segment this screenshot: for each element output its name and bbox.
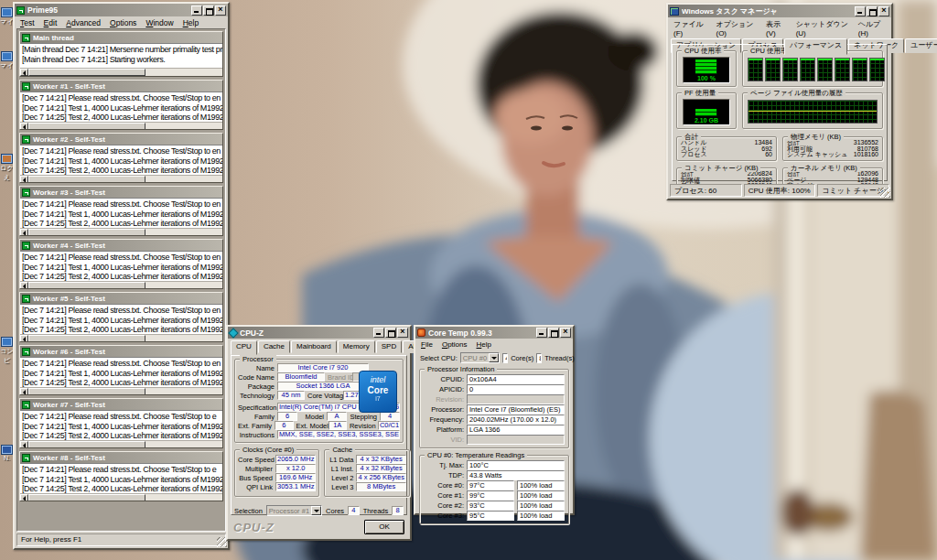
close-button[interactable]: [560, 328, 571, 338]
maximize-button[interactable]: [548, 328, 559, 338]
worker-titlebar[interactable]: Worker #4 - Self-Test: [20, 240, 222, 251]
scroll-left-button[interactable]: [20, 229, 28, 236]
tab[interactable]: SPD: [376, 340, 402, 353]
menu-item[interactable]: Window: [141, 17, 178, 28]
desktop-icon[interactable]: コンピ: [0, 337, 14, 365]
log-line: [Dec 7 14:25] Test 2, 4000 Lucas-Lehmer …: [22, 378, 221, 387]
scroll-left-button[interactable]: [20, 494, 28, 501]
cpuz-titlebar[interactable]: CPU-Z: [228, 327, 410, 339]
scroll-left-button[interactable]: [20, 335, 28, 342]
menu-item[interactable]: Edit: [39, 17, 62, 28]
tab[interactable]: CPU: [231, 340, 257, 355]
horizontal-scrollbar[interactable]: [20, 387, 222, 395]
menu-item[interactable]: シャットダウン(U): [792, 18, 854, 38]
scrollbar-thumb[interactable]: [28, 69, 145, 76]
scroll-left-button[interactable]: [20, 388, 28, 395]
menu-item[interactable]: Test: [16, 17, 39, 28]
tab[interactable]: パフォーマンス: [784, 38, 847, 55]
worker-titlebar[interactable]: Worker #8 - Self-Test: [20, 452, 222, 463]
horizontal-scrollbar[interactable]: [20, 440, 222, 448]
menu-item[interactable]: 表示(V): [761, 18, 792, 38]
resize-grip[interactable]: [880, 188, 890, 198]
worker-window[interactable]: Worker #3 - Self-Test [Dec 7 14:21] Plea…: [19, 186, 223, 236]
scrollbar-thumb[interactable]: [28, 441, 145, 448]
worker-titlebar[interactable]: Worker #1 - Self-Test: [20, 81, 222, 92]
coretemp-window[interactable]: Core Temp 0.99.3 FileOptionsHelp Select …: [414, 325, 575, 515]
horizontal-scrollbar[interactable]: [20, 175, 222, 183]
maximize-button[interactable]: [867, 6, 878, 16]
scrollbar-thumb[interactable]: [28, 229, 145, 236]
horizontal-scrollbar[interactable]: [20, 122, 222, 130]
worker-window[interactable]: Worker #7 - Self-Test [Dec 7 14:21] Plea…: [19, 398, 223, 448]
close-button[interactable]: [397, 328, 408, 338]
horizontal-scrollbar[interactable]: [20, 68, 222, 76]
horizontal-scrollbar[interactable]: [20, 281, 222, 289]
prime95-window[interactable]: Prime95 TestEditAdvancedOptionsWindowHel…: [13, 2, 230, 550]
cpu-select[interactable]: CPU #0: [460, 352, 500, 363]
desktop-icon[interactable]: ロクえ: [0, 154, 14, 182]
worker-log: [Dec 7 14:21] Please read stress.txt. Ch…: [20, 304, 222, 334]
worker-window[interactable]: Worker #8 - Self-Test [Dec 7 14:21] Plea…: [19, 451, 223, 501]
horizontal-scrollbar[interactable]: [20, 334, 222, 342]
chevron-down-icon[interactable]: [489, 353, 499, 362]
scrollbar-thumb[interactable]: [28, 282, 145, 289]
scroll-left-button[interactable]: [20, 282, 28, 289]
scroll-left-button[interactable]: [20, 441, 28, 448]
minimize-button[interactable]: [536, 328, 547, 338]
maximize-button[interactable]: [385, 328, 396, 338]
tab[interactable]: Cache: [258, 340, 290, 353]
scroll-left-button[interactable]: [20, 69, 28, 76]
tab[interactable]: Memory: [338, 340, 375, 353]
menu-item[interactable]: オプション(O): [711, 18, 761, 38]
scrollbar-thumb[interactable]: [28, 494, 145, 501]
scroll-left-button[interactable]: [20, 176, 28, 183]
worker-window[interactable]: Worker #5 - Self-Test [Dec 7 14:21] Plea…: [19, 292, 223, 342]
worker-titlebar[interactable]: Worker #7 - Self-Test: [20, 399, 222, 410]
minimize-button[interactable]: [855, 6, 866, 16]
scroll-left-button[interactable]: [20, 123, 28, 130]
main-thread-titlebar[interactable]: Main thread: [20, 32, 222, 43]
worker-window[interactable]: Worker #6 - Self-Test [Dec 7 14:21] Plea…: [19, 345, 223, 395]
worker-window[interactable]: Worker #4 - Self-Test [Dec 7 14:21] Plea…: [19, 239, 223, 289]
horizontal-scrollbar[interactable]: [20, 228, 222, 236]
menu-item[interactable]: Advanced: [61, 17, 105, 28]
menu-item[interactable]: File: [416, 339, 437, 350]
scrollbar-thumb[interactable]: [28, 176, 145, 183]
chevron-down-icon[interactable]: [311, 506, 321, 515]
prime95-titlebar[interactable]: Prime95: [15, 4, 228, 16]
scrollbar-thumb[interactable]: [28, 123, 145, 130]
coretemp-titlebar[interactable]: Core Temp 0.99.3: [415, 327, 573, 339]
worker-window[interactable]: Worker #1 - Self-Test [Dec 7 14:21] Plea…: [19, 80, 223, 130]
menu-item[interactable]: Help: [472, 339, 496, 350]
processor-select[interactable]: Processor #1: [266, 505, 322, 516]
desktop-icon[interactable]: N.: [0, 445, 14, 461]
desktop-icon[interactable]: マイ: [0, 7, 14, 27]
group-title: CPU 使用率: [682, 47, 724, 55]
ok-button[interactable]: OK: [364, 520, 404, 534]
main-thread-window[interactable]: Main thread [Main thread Dec 7 14:21] Me…: [19, 31, 223, 77]
worker-titlebar[interactable]: Worker #5 - Self-Test: [20, 293, 222, 304]
menu-item[interactable]: Options: [437, 339, 472, 350]
worker-titlebar[interactable]: Worker #6 - Self-Test: [20, 346, 222, 357]
menu-item[interactable]: ヘルプ(H): [854, 18, 890, 38]
minimize-button[interactable]: [191, 5, 202, 16]
close-button[interactable]: [215, 5, 226, 16]
maximize-button[interactable]: [203, 5, 214, 16]
menu-item[interactable]: ファイル(F): [669, 18, 711, 38]
worker-titlebar[interactable]: Worker #2 - Self-Test: [20, 134, 222, 145]
menu-item[interactable]: Options: [105, 17, 141, 28]
tab[interactable]: ユーザー: [905, 38, 937, 53]
worker-titlebar[interactable]: Worker #3 - Self-Test: [20, 187, 222, 198]
task-manager-window[interactable]: Windows タスク マネージャ ファイル(F)オプション(O)表示(V)シャ…: [666, 3, 893, 200]
cpuz-window[interactable]: CPU-Z CPUCacheMainboardMemorySPDAbout Pr…: [226, 325, 412, 541]
minimize-button[interactable]: [373, 328, 384, 338]
scrollbar-thumb[interactable]: [28, 335, 145, 342]
desktop-icon[interactable]: マイ: [0, 51, 14, 70]
task-manager-titlebar[interactable]: Windows タスク マネージャ: [668, 5, 891, 17]
menu-item[interactable]: Help: [178, 17, 203, 28]
worker-window[interactable]: Worker #2 - Self-Test [Dec 7 14:21] Plea…: [19, 133, 223, 183]
close-button[interactable]: [878, 6, 889, 16]
scrollbar-thumb[interactable]: [28, 388, 145, 395]
horizontal-scrollbar[interactable]: [20, 493, 222, 501]
tab[interactable]: Mainboard: [291, 340, 337, 353]
